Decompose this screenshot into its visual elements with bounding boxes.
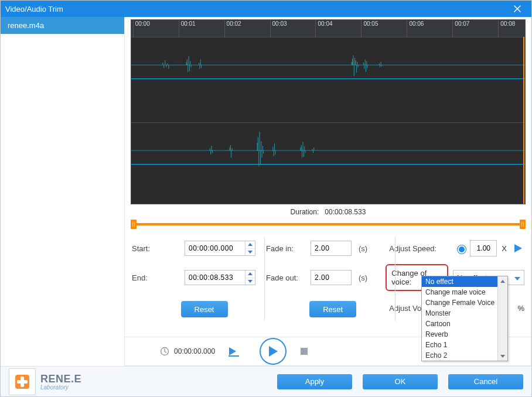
set-end-button[interactable]	[228, 346, 241, 357]
waveform-display[interactable]	[131, 37, 526, 204]
chevron-down-icon	[500, 355, 505, 358]
voice-option[interactable]: Echo 2	[422, 350, 507, 361]
fade-in-label: Fade in:	[266, 244, 306, 253]
speed-suffix: X	[502, 244, 507, 253]
playhead-marker[interactable]	[523, 37, 524, 204]
ruler-tick-label: 00:03	[272, 20, 287, 27]
scroll-down-button[interactable]	[498, 351, 507, 361]
voice-option[interactable]: Echo 1	[422, 340, 507, 350]
ruler-tick-label: 00:05	[363, 20, 378, 27]
svg-rect-5	[17, 380, 28, 384]
footer: RENE.E Laboratory Apply OK Cancel	[1, 366, 531, 396]
end-time-field[interactable]	[185, 270, 255, 285]
fade-in-field[interactable]	[311, 241, 352, 256]
waveform-axis	[131, 78, 525, 79]
fade-in-unit: (s)	[356, 244, 367, 253]
ruler-tick-label: 00:04	[318, 20, 332, 27]
svg-rect-1	[229, 355, 239, 357]
spin-up-button[interactable]	[245, 271, 255, 278]
apply-button[interactable]: Apply	[277, 374, 352, 389]
stop-button[interactable]	[296, 343, 312, 360]
trim-track	[133, 223, 523, 225]
chevron-down-icon	[248, 251, 253, 254]
chevron-up-icon	[248, 243, 253, 246]
ruler-tick-label: 00:00	[135, 20, 150, 27]
adjust-speed-label: Adjust Speed:	[389, 244, 452, 253]
window-title: Video/Audio Trim	[5, 5, 508, 13]
play-icon	[268, 345, 278, 357]
fade-in-input[interactable]	[311, 241, 351, 255]
start-time-input[interactable]	[185, 241, 245, 255]
trim-range[interactable]	[131, 220, 526, 229]
voice-option[interactable]: No effect	[422, 276, 507, 287]
brand-logo-icon	[13, 373, 31, 391]
spinner-buttons	[245, 271, 255, 285]
titlebar: Video/Audio Trim	[1, 1, 531, 17]
ok-button[interactable]: OK	[363, 374, 438, 389]
brand-logo	[9, 368, 36, 395]
trim-start-handle[interactable]	[131, 220, 137, 229]
ruler-tick-label: 00:08	[500, 20, 515, 27]
reset-fades-button[interactable]: Reset	[309, 301, 356, 317]
duration-label: Duration:	[291, 208, 319, 216]
scroll-up-button[interactable]	[498, 276, 507, 286]
playback-time: 00:00:00.000	[174, 347, 215, 355]
file-sidebar: renee.m4a	[1, 17, 125, 396]
divider	[395, 237, 395, 320]
set-end-icon	[228, 346, 241, 357]
fade-out-unit: (s)	[356, 273, 367, 282]
chevron-down-icon	[514, 273, 520, 282]
cancel-button[interactable]: Cancel	[448, 374, 523, 389]
speed-value-input[interactable]	[470, 240, 497, 256]
adjust-volume-suffix: %	[517, 304, 524, 313]
brand: RENE.E Laboratory	[9, 368, 81, 395]
start-time-field[interactable]	[185, 241, 255, 256]
end-time-input[interactable]	[185, 271, 245, 285]
voice-option[interactable]: Change male voice	[422, 287, 507, 297]
slider-thumb[interactable]	[458, 245, 466, 254]
timeline-ruler[interactable]: 00:00 00:01 00:02 00:03 00:04 00:05 00:0…	[131, 19, 526, 37]
ruler-tick-label: 00:07	[455, 20, 469, 27]
spin-down-button[interactable]	[245, 278, 255, 285]
ruler-tick-label: 00:06	[409, 20, 424, 27]
waveform-channel-left	[131, 37, 525, 119]
chevron-up-icon	[500, 280, 505, 283]
fade-out-input[interactable]	[311, 271, 351, 285]
play-button[interactable]	[260, 338, 287, 365]
speed-slider[interactable]	[457, 244, 462, 252]
spin-up-button[interactable]	[245, 241, 255, 248]
waveform-left-icon	[131, 37, 525, 93]
dropdown-scrollbar[interactable]	[497, 276, 507, 361]
chevron-down-icon	[248, 280, 253, 283]
duration-readout: Duration: 00:00:08.533	[131, 204, 526, 220]
waveform-right-icon	[131, 123, 525, 178]
brand-text: RENE.E Laboratory	[40, 373, 81, 391]
change-of-voice-dropdown[interactable]: No effect Change male voice Change Femal…	[421, 276, 508, 361]
svg-rect-2	[301, 348, 308, 355]
voice-option[interactable]: Monster	[422, 308, 507, 319]
start-time-label: Start:	[132, 244, 180, 253]
ruler-tick-label: 00:01	[181, 20, 196, 27]
speed-preview-button[interactable]	[511, 242, 524, 255]
clock-icon	[160, 347, 169, 356]
trim-end-handle[interactable]	[520, 220, 526, 229]
ruler-tick-label: 00:02	[227, 20, 241, 27]
play-icon	[513, 244, 523, 253]
waveform-channel-right	[131, 122, 525, 205]
voice-option[interactable]: Cartoon	[422, 319, 507, 329]
chevron-up-icon	[248, 272, 253, 275]
brand-line1: RENE.E	[40, 373, 81, 385]
voice-option[interactable]: Change Female Voice	[422, 297, 507, 308]
close-button[interactable]	[508, 1, 527, 17]
stop-icon	[301, 348, 308, 355]
fade-out-field[interactable]	[311, 270, 352, 285]
reset-times-button[interactable]: Reset	[181, 301, 228, 317]
end-time-label: End:	[132, 273, 180, 282]
close-icon	[514, 5, 521, 12]
spinner-buttons	[245, 241, 255, 255]
sidebar-item[interactable]: renee.m4a	[1, 17, 124, 34]
waveform-axis	[131, 164, 525, 165]
fade-out-label: Fade out:	[266, 273, 306, 282]
spin-down-button[interactable]	[245, 248, 255, 256]
voice-option[interactable]: Reverb	[422, 329, 507, 340]
